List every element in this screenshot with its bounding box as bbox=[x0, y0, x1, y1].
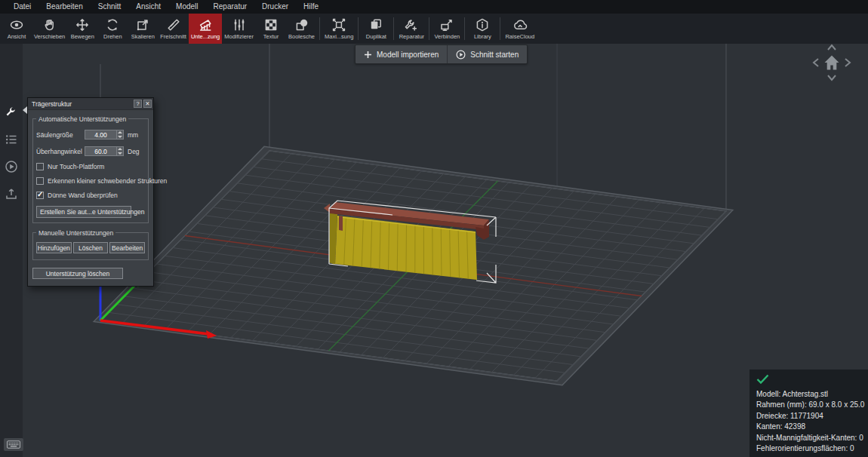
model-notch bbox=[339, 216, 343, 231]
toolbar-separator bbox=[500, 17, 500, 40]
boolean-icon bbox=[294, 17, 309, 32]
wrench-plus-icon bbox=[404, 17, 419, 32]
menu-modell[interactable]: Modell bbox=[168, 0, 205, 14]
toolbar-item-label: Modifizierer bbox=[224, 33, 254, 40]
menu-schnitt[interactable]: Schnitt bbox=[91, 0, 129, 14]
toolbar-item-label: Library bbox=[474, 33, 491, 40]
menu-datei[interactable]: Datei bbox=[6, 0, 38, 14]
menu-drucker[interactable]: Drucker bbox=[254, 0, 296, 14]
toolbar-item-label: Textur bbox=[263, 33, 279, 40]
toolbar-item-label: Ansicht bbox=[8, 33, 26, 40]
add-support-button[interactable]: Hinzufügen bbox=[36, 242, 72, 253]
toolbar-item-label: Verschieben bbox=[34, 33, 65, 40]
wrench-icon bbox=[5, 106, 18, 119]
dialog-title-bar[interactable]: Trägerstruktur ? ✕ bbox=[28, 98, 153, 110]
checkbox-touch-platform[interactable] bbox=[36, 163, 44, 170]
toolbar-item-label: Duplikat bbox=[366, 33, 386, 40]
cut-icon bbox=[166, 17, 181, 32]
start-slice-label: Schnitt starten bbox=[470, 51, 519, 59]
toolbar-item-freecut[interactable]: Freischnitt bbox=[158, 14, 189, 44]
chevron-up-icon[interactable] bbox=[828, 45, 836, 50]
model-name: Modell: Achterstag.stl bbox=[756, 389, 861, 400]
sidebar-list-button[interactable] bbox=[5, 133, 18, 146]
help-button[interactable]: ? bbox=[134, 100, 142, 108]
left-sidebar bbox=[0, 44, 23, 457]
overhang-angle-input[interactable] bbox=[85, 146, 116, 156]
toolbar-item-pan[interactable]: Verschieben bbox=[32, 14, 67, 44]
rotate-icon bbox=[105, 17, 120, 32]
toolbar-item-label: Verbinden bbox=[435, 33, 460, 40]
play-circle-icon bbox=[5, 160, 18, 173]
toolbar-separator bbox=[358, 17, 359, 40]
toolbar-separator bbox=[464, 17, 465, 40]
import-model-button[interactable]: Modell importieren bbox=[356, 45, 447, 63]
chevron-down-icon[interactable] bbox=[828, 75, 836, 80]
auto-supports-group: Automatische Unterstützungen Säulengröße… bbox=[32, 118, 149, 223]
chevron-right-icon[interactable] bbox=[845, 59, 850, 66]
pillar-size-unit: mm bbox=[128, 131, 138, 139]
sidebar-preview-button[interactable] bbox=[5, 160, 18, 173]
toolbar-separator bbox=[319, 17, 320, 40]
toolbar-item-texture[interactable]: Textur bbox=[256, 14, 286, 44]
support-icon bbox=[198, 17, 213, 32]
maximize-icon bbox=[331, 17, 346, 32]
eye-icon bbox=[9, 17, 24, 32]
hand-icon bbox=[42, 17, 57, 32]
pillar-size-input[interactable] bbox=[85, 130, 116, 140]
chevron-left-icon[interactable] bbox=[814, 59, 818, 66]
sidebar-export-button[interactable] bbox=[5, 187, 18, 201]
model-info-panel: Modell: Achterstag.stl Rahmen (mm): 69.0… bbox=[749, 370, 868, 457]
start-slice-button[interactable]: Schnitt starten bbox=[448, 45, 527, 63]
auto-supports-group-title: Automatische Unterstützungen bbox=[36, 115, 128, 123]
toolbar-item-label: RaiseCloud bbox=[505, 33, 534, 40]
clear-supports-button[interactable]: Unterstützung löschen bbox=[32, 268, 123, 279]
menu-hilfe[interactable]: Hilfe bbox=[296, 0, 326, 14]
toolbar: AnsichtVerschiebenBewegenDrehenSkalieren… bbox=[0, 14, 868, 44]
delete-support-button[interactable]: Löschen bbox=[73, 242, 109, 253]
toolbar-item-repair[interactable]: Reparatur bbox=[396, 14, 426, 44]
toolbar-item-support[interactable]: Unte...zung bbox=[189, 14, 222, 44]
pillar-size-spin-down[interactable] bbox=[117, 135, 123, 140]
play-icon bbox=[456, 50, 466, 60]
toolbar-item-move[interactable]: Bewegen bbox=[67, 14, 97, 44]
toolbar-item-scale[interactable]: Skalieren bbox=[128, 14, 158, 44]
sliders-icon bbox=[232, 17, 247, 32]
checkerboard-icon bbox=[263, 17, 279, 32]
toolbar-item-label: Maxi...sung bbox=[325, 33, 353, 40]
menu-bearbeiten[interactable]: Bearbeiten bbox=[38, 0, 90, 14]
toolbar-item-connect[interactable]: Verbinden bbox=[432, 14, 462, 44]
toolbar-item-rotate[interactable]: Drehen bbox=[97, 14, 128, 44]
import-model-label: Modell importieren bbox=[377, 51, 439, 59]
upload-icon bbox=[5, 187, 18, 201]
toolbar-item-boolean[interactable]: Boolesche bbox=[286, 14, 317, 44]
home-view-icon[interactable] bbox=[825, 56, 839, 70]
toolbar-item-raisecloud[interactable]: RaiseCloud bbox=[503, 14, 537, 44]
toolbar-item-modifier[interactable]: Modifizierer bbox=[222, 14, 256, 44]
toolbar-item-label: Reparatur bbox=[399, 33, 424, 40]
support-structure-dialog: Trägerstruktur ? ✕ Automatische Unterstü… bbox=[27, 97, 154, 287]
toolbar-item-duplicate[interactable]: Duplikat bbox=[361, 14, 391, 44]
close-button[interactable]: ✕ bbox=[143, 100, 152, 108]
edit-support-button[interactable]: Bearbeiten bbox=[109, 242, 145, 253]
dialog-title: Trägerstruktur bbox=[32, 100, 132, 108]
toolbar-item-maxfit[interactable]: Maxi...sung bbox=[322, 14, 356, 44]
move-arrows-icon bbox=[75, 17, 90, 32]
toolbar-item-library[interactable]: Library bbox=[467, 14, 497, 44]
connect-icon bbox=[439, 17, 454, 32]
keyboard-shortcuts-button[interactable] bbox=[4, 438, 23, 451]
menu-reparatur[interactable]: Reparatur bbox=[206, 0, 254, 14]
overhang-angle-row: Überhangwinkel Deg bbox=[36, 146, 145, 156]
manual-supports-group-title: Manuelle Unterstützungen bbox=[36, 229, 115, 237]
menu-ansicht[interactable]: Ansicht bbox=[128, 0, 168, 14]
toolbar-item-label: Drehen bbox=[103, 33, 122, 40]
overhang-angle-spin-down[interactable] bbox=[117, 152, 123, 156]
model-edges: Kanten: 42398 bbox=[756, 422, 861, 433]
sidebar-settings-button[interactable] bbox=[5, 106, 18, 119]
toolbar-item-label: Unte...zung bbox=[191, 33, 220, 40]
create-auto-supports-button[interactable]: Erstellen Sie aut...e Unterstützungen bbox=[36, 206, 131, 218]
checkbox-thin-wall[interactable] bbox=[36, 192, 44, 199]
cloud-icon bbox=[512, 17, 528, 32]
overhang-angle-unit: Deg bbox=[128, 148, 140, 155]
toolbar-item-view[interactable]: Ansicht bbox=[2, 14, 32, 44]
checkbox-detect-floating[interactable] bbox=[36, 177, 44, 185]
